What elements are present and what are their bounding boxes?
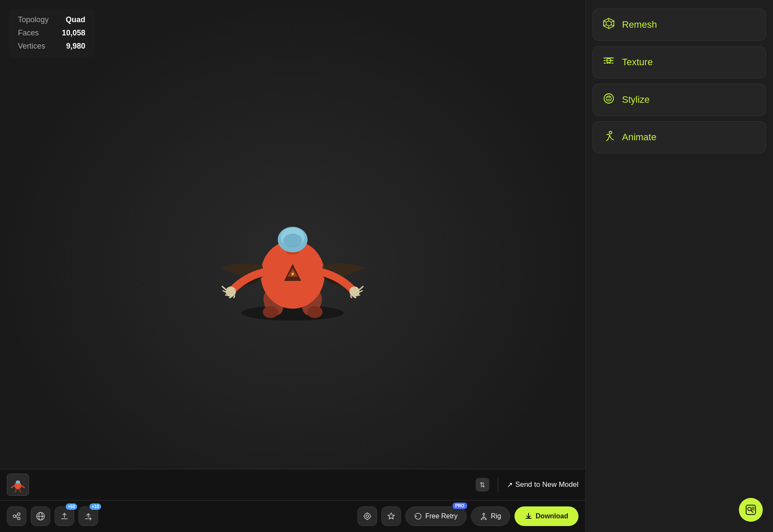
svg-line-14 bbox=[234, 296, 235, 298]
svg-line-52 bbox=[611, 21, 614, 22]
svg-point-40 bbox=[364, 513, 370, 519]
svg-line-13 bbox=[230, 297, 232, 298]
up-down-button[interactable]: ⇅ bbox=[476, 478, 489, 492]
send-icon: ↗ bbox=[507, 480, 513, 489]
svg-point-33 bbox=[17, 513, 20, 515]
bottom-tools-row: +50 +10 bbox=[0, 500, 585, 532]
svg-line-10 bbox=[222, 286, 226, 289]
svg-line-53 bbox=[611, 25, 614, 26]
vertices-value: 9,980 bbox=[66, 42, 85, 51]
divider bbox=[498, 477, 498, 492]
pro-badge: PRO bbox=[453, 503, 467, 509]
svg-line-56 bbox=[604, 21, 606, 22]
animate-label: Animate bbox=[622, 132, 657, 143]
svg-line-70 bbox=[751, 510, 753, 512]
upload2-tool-button[interactable]: +10 bbox=[78, 506, 98, 526]
topology-value: Quad bbox=[66, 15, 85, 24]
upload2-badge: +10 bbox=[90, 503, 101, 510]
svg-point-32 bbox=[13, 515, 16, 518]
texture-icon bbox=[602, 55, 615, 70]
svg-line-30 bbox=[15, 489, 16, 492]
faces-label: Faces bbox=[18, 29, 39, 38]
stylize-icon bbox=[602, 92, 615, 108]
stylize-label: Stylize bbox=[622, 94, 650, 105]
faces-row: Faces 10,058 bbox=[18, 29, 85, 38]
stats-panel: Topology Quad Faces 10,058 Vertices 9,98… bbox=[9, 9, 95, 58]
vertices-label: Vertices bbox=[18, 42, 45, 51]
svg-point-27 bbox=[16, 480, 20, 484]
right-panel: Remesh Texture Stylize bbox=[585, 0, 773, 532]
magic-wand-icon bbox=[363, 512, 372, 521]
svg-line-18 bbox=[357, 295, 360, 295]
bottom-top-row: ⇅ ↗ Send to New Model bbox=[0, 469, 585, 500]
remesh-icon bbox=[602, 17, 615, 33]
free-retry-button[interactable]: PRO Free Retry bbox=[405, 506, 467, 526]
upload2-icon bbox=[84, 512, 93, 521]
topology-row: Topology Quad bbox=[18, 15, 85, 24]
svg-line-19 bbox=[354, 297, 356, 298]
animate-icon bbox=[602, 130, 615, 145]
magic-tool-button[interactable] bbox=[357, 506, 377, 526]
corner-search-icon bbox=[745, 504, 756, 515]
stylize-button[interactable]: Stylize bbox=[593, 84, 766, 116]
main-viewport: Topology Quad Faces 10,058 Vertices 9,98… bbox=[0, 0, 585, 532]
texture-button[interactable]: Texture bbox=[593, 46, 766, 78]
svg-text:⚡: ⚡ bbox=[290, 271, 296, 277]
svg-marker-50 bbox=[606, 21, 611, 26]
remesh-label: Remesh bbox=[622, 19, 657, 30]
svg-line-31 bbox=[20, 489, 20, 492]
svg-point-41 bbox=[366, 515, 369, 518]
rig-button[interactable]: Rig bbox=[471, 506, 510, 526]
faces-value: 10,058 bbox=[62, 29, 85, 38]
topology-label: Topology bbox=[18, 15, 49, 24]
rig-icon bbox=[480, 512, 488, 520]
svg-point-4 bbox=[307, 306, 323, 318]
model-thumbnail[interactable] bbox=[7, 474, 29, 496]
graph-icon bbox=[12, 512, 21, 521]
svg-point-24 bbox=[283, 234, 302, 247]
svg-line-16 bbox=[360, 286, 363, 289]
svg-line-20 bbox=[351, 296, 352, 298]
svg-line-36 bbox=[16, 516, 17, 518]
remesh-button[interactable]: Remesh bbox=[593, 9, 766, 41]
send-to-new-model-button[interactable]: ↗ Send to New Model bbox=[507, 480, 578, 489]
upload1-icon bbox=[60, 512, 69, 521]
vertices-row: Vertices 9,980 bbox=[18, 42, 85, 51]
globe-icon bbox=[36, 512, 45, 521]
upload1-badge: +50 bbox=[66, 503, 77, 510]
download-icon bbox=[525, 512, 532, 520]
svg-point-2 bbox=[263, 306, 278, 318]
svg-line-35 bbox=[16, 515, 17, 516]
send-to-new-model-label: Send to New Model bbox=[515, 480, 578, 489]
retry-icon bbox=[414, 512, 422, 520]
svg-point-34 bbox=[17, 517, 20, 520]
star-tool-button[interactable] bbox=[381, 506, 401, 526]
corner-search-button[interactable] bbox=[739, 498, 763, 522]
up-down-icon: ⇅ bbox=[479, 481, 485, 489]
star-icon bbox=[386, 512, 396, 521]
character-container: ⚡ bbox=[207, 181, 378, 326]
free-retry-label: Free Retry bbox=[425, 512, 458, 520]
rig-label: Rig bbox=[491, 512, 501, 520]
texture-label: Texture bbox=[622, 57, 653, 68]
download-label: Download bbox=[536, 512, 568, 520]
bottom-bar: ⇅ ↗ Send to New Model bbox=[0, 469, 585, 532]
model-area: ⚡ bbox=[0, 0, 585, 532]
upload1-tool-button[interactable]: +50 bbox=[55, 506, 74, 526]
svg-line-12 bbox=[226, 295, 229, 295]
graph-tool-button[interactable] bbox=[7, 506, 26, 526]
svg-point-62 bbox=[604, 94, 613, 103]
svg-point-67 bbox=[609, 131, 612, 134]
svg-line-55 bbox=[604, 25, 606, 26]
animate-button[interactable]: Animate bbox=[593, 121, 766, 153]
character-svg: ⚡ bbox=[207, 181, 378, 326]
download-button[interactable]: Download bbox=[514, 506, 578, 526]
globe-tool-button[interactable] bbox=[31, 506, 50, 526]
